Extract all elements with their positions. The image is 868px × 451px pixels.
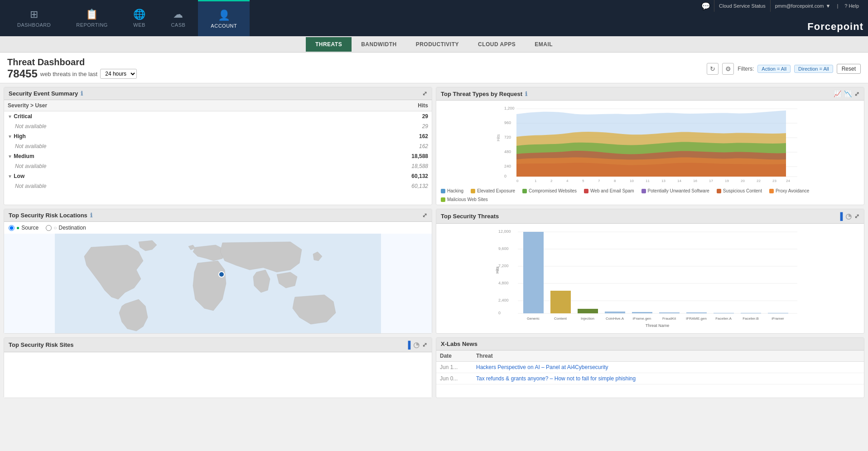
destination-radio[interactable] <box>46 225 52 231</box>
news-text[interactable]: Hackers Perspective on AI – Panel at Ai4… <box>473 362 864 373</box>
header-right: ↻ ⚙ Filters: Action = All Direction = Al… <box>707 63 861 75</box>
severity-table: Severity > User Hits ▼ Critical29Not ava… <box>4 100 432 191</box>
svg-text:22: 22 <box>757 179 761 183</box>
tab-threats[interactable]: THREATS <box>306 37 352 52</box>
legend-item: Compromised Websites <box>522 188 577 193</box>
severity-hits[interactable]: 29 <box>260 111 432 122</box>
news-link[interactable]: Hackers Perspective on AI – Panel at Ai4… <box>476 364 608 370</box>
nav-account[interactable]: 👤 ACCOUNT <box>198 0 250 36</box>
risk-locations-header: Top Security Risk Locations ℹ ⤢ <box>4 209 432 222</box>
svg-text:Injection: Injection <box>581 317 594 321</box>
nav-web[interactable]: 🌐 WEB <box>121 0 159 36</box>
reset-button[interactable]: Reset <box>837 64 861 74</box>
top-threat-types-info-icon[interactable]: ℹ <box>525 91 527 97</box>
legend-item: Suspicious Content <box>717 188 762 193</box>
svg-text:0: 0 <box>504 174 506 178</box>
nav-casb[interactable]: ☁ CASB <box>158 0 198 36</box>
nav-reporting[interactable]: 📋 REPORTING <box>63 0 121 36</box>
collapse-triangle[interactable]: ▼ <box>8 154 12 159</box>
collapse-triangle[interactable]: ▼ <box>8 174 12 179</box>
source-radio-label[interactable]: ● Source <box>9 225 39 231</box>
cloud-status-link[interactable]: Cloud Service Status <box>714 0 771 12</box>
risk-locations-content: ● Source ○ Destination <box>4 222 432 333</box>
filter-direction-badge[interactable]: Direction = All <box>794 65 833 73</box>
severity-sub-label: Not available <box>4 121 260 131</box>
bar-iframe-gen <box>632 312 652 313</box>
tab-email[interactable]: EMAIL <box>525 37 562 52</box>
panel-header-right: ⤢ <box>422 90 427 97</box>
time-select[interactable]: 24 hours 12 hours 48 hours 7 days <box>100 69 137 79</box>
filter-action-badge[interactable]: Action = All <box>757 65 791 73</box>
svg-text:iFramer: iFramer <box>772 317 784 321</box>
risk-sites-expand-icon[interactable]: ⤢ <box>422 341 427 348</box>
chat-icon[interactable]: 💬 <box>701 2 710 10</box>
severity-col-header: Severity > User <box>4 100 260 111</box>
svg-text:Hits: Hits <box>496 134 501 141</box>
severity-sub-hits[interactable]: 18,588 <box>260 161 432 171</box>
security-event-expand-icon[interactable]: ⤢ <box>422 90 427 97</box>
security-event-summary-title: Security Event Summary <box>9 90 78 97</box>
tab-cloud-apps[interactable]: CLOUD APPS <box>468 37 525 52</box>
nav-web-label: WEB <box>133 22 145 28</box>
legend-label: Potentially Unwanted Software <box>648 188 709 193</box>
severity-sub-label: Not available <box>4 161 260 171</box>
severity-hits[interactable]: 60,132 <box>260 171 432 181</box>
area-chart-icon[interactable]: 📈 <box>834 90 841 97</box>
tab-bar: THREATS BANDWIDTH PRODUCTIVITY CLOUD APP… <box>0 36 868 53</box>
top-security-threats-expand-icon[interactable]: ⤢ <box>854 213 859 220</box>
line-chart-icon[interactable]: 📉 <box>844 90 852 97</box>
collapse-triangle[interactable]: ▼ <box>8 134 12 139</box>
user-menu[interactable]: pmm@forcepoint.com ▼ <box>771 3 835 9</box>
risk-locations-info-icon[interactable]: ℹ <box>90 212 92 219</box>
map-controls: ● Source ○ Destination <box>4 222 432 234</box>
severity-sub-hits[interactable]: 60,132 <box>260 181 432 191</box>
settings-button[interactable]: ⚙ <box>722 63 734 75</box>
news-link[interactable]: Tax refunds & grants anyone? – How not t… <box>476 375 636 382</box>
news-text[interactable]: Tax refunds & grants anyone? – How not t… <box>473 373 864 384</box>
risk-sites-content <box>4 352 432 398</box>
collapse-triangle[interactable]: ▼ <box>8 114 12 119</box>
top-security-threats-header-right: ▐ ◔ ⤢ <box>838 212 859 221</box>
filters-label: Filters: <box>738 66 754 72</box>
page-header: Threat Dashboard 78455 web threats in th… <box>0 53 868 83</box>
svg-text:13: 13 <box>661 179 665 183</box>
risk-locations-expand-icon[interactable]: ⤢ <box>422 212 427 219</box>
risk-sites-bar-icon[interactable]: ▐ <box>405 341 410 349</box>
threats-bar-svg: 12,000 9,600 7,200 4,800 2,400 0 Hits <box>436 224 864 328</box>
top-threat-types-expand-icon[interactable]: ⤢ <box>854 91 859 97</box>
pie-chart-icon[interactable]: ◔ <box>845 212 852 221</box>
panel-header-left: Security Event Summary ℹ <box>9 90 83 97</box>
risk-sites-pie-icon[interactable]: ◔ <box>413 341 420 349</box>
page-title: Threat Dashboard <box>7 57 137 67</box>
severity-hits[interactable]: 162 <box>260 131 432 141</box>
severity-sub-hits[interactable]: 162 <box>260 141 432 151</box>
cloud-status-label: Cloud Service Status <box>719 3 766 9</box>
tab-productivity[interactable]: PRODUCTIVITY <box>406 37 468 52</box>
svg-text:IFRAME.gen: IFRAME.gen <box>686 317 707 321</box>
source-radio[interactable] <box>9 225 14 231</box>
severity-category-row: ▼ Medium18,588 <box>4 151 432 161</box>
severity-sub-hits[interactable]: 29 <box>260 121 432 131</box>
svg-text:Facelier.A: Facelier.A <box>715 317 732 321</box>
risk-locations-header-right: ⤢ <box>422 212 427 219</box>
bottom-row-grid: Top Security Risk Sites ▐ ◔ ⤢ X-Labs New… <box>0 337 868 402</box>
refresh-button[interactable]: ↻ <box>707 63 719 75</box>
help-button[interactable]: ? Help <box>840 3 863 9</box>
severity-hits[interactable]: 18,588 <box>260 151 432 161</box>
legend-label: Compromised Websites <box>529 188 577 193</box>
destination-radio-label[interactable]: ○ Destination <box>46 225 86 231</box>
location-marker <box>219 272 224 277</box>
security-event-info-icon[interactable]: ℹ <box>81 90 83 97</box>
nav-dashboard[interactable]: ⊞ DASHBOARD <box>5 0 63 36</box>
severity-category-label: ▼ Low <box>4 171 260 181</box>
help-question-icon: ? <box>844 3 847 9</box>
reporting-icon: 📋 <box>86 9 98 20</box>
top-nav: ⊞ DASHBOARD 📋 REPORTING 🌐 WEB ☁ CASB 👤 A… <box>0 0 868 36</box>
tab-bandwidth[interactable]: BANDWIDTH <box>352 37 406 52</box>
risk-sites-header-right: ▐ ◔ ⤢ <box>405 341 427 349</box>
svg-text:Facelier.B: Facelier.B <box>743 317 759 321</box>
legend-label: Suspicious Content <box>723 188 762 193</box>
bar-chart-icon[interactable]: ▐ <box>838 212 843 221</box>
risk-sites-header-left: Top Security Risk Sites <box>9 341 74 348</box>
svg-text:20: 20 <box>741 179 745 183</box>
